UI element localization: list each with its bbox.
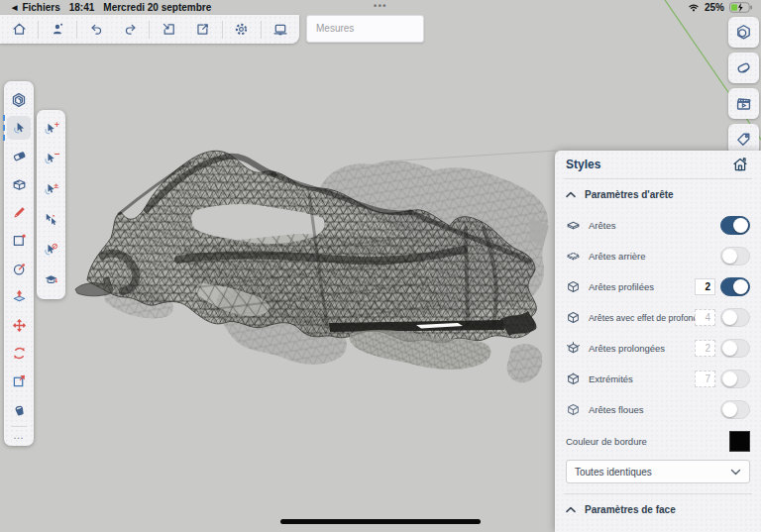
toggle-extremites[interactable]	[720, 370, 750, 388]
edge-row-profondeur: Arêtes avec effet de profondeur 4	[566, 302, 750, 333]
move-tool-button[interactable]	[7, 313, 31, 337]
undo-icon	[88, 21, 105, 38]
chevron-up-icon	[566, 506, 576, 513]
export-button[interactable]	[188, 17, 218, 42]
border-color-row: Couleur de bordure	[566, 425, 750, 457]
toggle-profilees[interactable]	[720, 277, 750, 296]
settings-gear-icon	[233, 21, 250, 38]
box-tool-button[interactable]	[7, 172, 31, 196]
pencil-tool-icon	[11, 204, 28, 221]
cube-extended-icon	[566, 341, 581, 356]
value-prolongees[interactable]: 2	[695, 340, 715, 357]
face-settings-section-header[interactable]: Paramètres de face	[566, 494, 750, 525]
box-tool-icon	[11, 176, 28, 193]
home-indicator[interactable]	[280, 519, 481, 524]
soften-edges-button[interactable]	[728, 53, 759, 83]
arc-tool-button[interactable]	[7, 257, 31, 280]
scenes-button[interactable]	[728, 88, 759, 119]
soften-edges-icon	[734, 58, 753, 77]
shapes-tool-icon	[11, 232, 28, 249]
select-multiple-button[interactable]	[40, 208, 63, 232]
clock: 18:41	[69, 2, 95, 13]
edge-row-arriere: Arêtes arrière	[566, 241, 750, 271]
select-multiple-icon	[43, 211, 59, 228]
trained-select-icon	[43, 271, 59, 288]
edge-row-profilees: Arêtes profilées 2	[566, 271, 750, 302]
rotate-tool-button[interactable]	[7, 341, 31, 365]
trained-select-button[interactable]	[40, 268, 63, 292]
cube-icon	[566, 310, 581, 325]
border-color-swatch[interactable]	[729, 431, 750, 452]
select-none-button[interactable]	[40, 238, 63, 262]
undo-button[interactable]	[81, 17, 111, 42]
wifi-icon	[688, 3, 700, 12]
back-to-app-icon[interactable]: ◀	[12, 4, 17, 12]
edge-color-dropdown[interactable]: Toutes identiques	[566, 460, 750, 483]
top-toolbar	[0, 15, 299, 44]
device-button[interactable]	[266, 17, 295, 42]
select-invert-button[interactable]: ±	[40, 177, 63, 201]
select-add-icon: +	[43, 121, 59, 138]
import-button[interactable]	[155, 17, 184, 42]
styles-panel-button[interactable]	[728, 17, 759, 48]
toggle-aretes[interactable]	[720, 216, 750, 235]
settings-button[interactable]	[227, 17, 257, 42]
toggle-arriere[interactable]	[720, 247, 750, 266]
back-to-app-label[interactable]: Fichiers	[22, 2, 59, 13]
export-icon	[194, 21, 211, 38]
account-button[interactable]	[43, 17, 72, 42]
faint-edge-line	[384, 151, 557, 161]
value-profilees[interactable]: 2	[695, 278, 715, 295]
select-invert-icon: ±	[43, 181, 59, 198]
left-toolbar: …	[4, 81, 34, 446]
eraser-tool-button[interactable]	[7, 145, 31, 168]
eraser-tool-icon	[11, 148, 28, 164]
scale-tool-button[interactable]	[7, 370, 31, 393]
value-profondeur[interactable]: 4	[695, 309, 715, 326]
pushpull-tool-button[interactable]	[7, 285, 31, 309]
toolbar-divider	[11, 426, 27, 427]
paint-bucket-icon	[11, 401, 28, 418]
redo-icon	[122, 21, 139, 38]
select-subtoolbar: + − ±	[37, 110, 65, 299]
svg-text:−: −	[54, 151, 59, 159]
right-toolbar	[728, 17, 759, 155]
pushpull-tool-icon	[11, 288, 28, 305]
device-icon	[272, 21, 289, 38]
more-tools-button[interactable]: …	[13, 431, 25, 439]
multitask-dots-icon[interactable]: •••	[374, 1, 387, 11]
pencil-tool-button[interactable]	[7, 201, 31, 225]
edge-settings-section-header[interactable]: Paramètres d'arête	[566, 179, 750, 210]
value-extremites[interactable]: 7	[695, 371, 715, 387]
edge-row-prolongees: Arêtes prolongées 2	[566, 333, 750, 364]
sketchup-logo-icon	[10, 91, 28, 109]
styles-cube-icon	[734, 23, 753, 42]
house-style-icon[interactable]	[730, 155, 750, 174]
home-button[interactable]	[4, 17, 34, 42]
toggle-profondeur[interactable]	[720, 308, 750, 327]
toggle-prolongees[interactable]	[720, 339, 750, 358]
select-subtract-button[interactable]: −	[40, 148, 63, 171]
sketchup-logo-button[interactable]	[7, 88, 31, 112]
mesh-model	[75, 151, 549, 382]
rotate-tool-icon	[11, 345, 28, 362]
chevron-up-icon	[566, 191, 576, 198]
active-tool-indicator	[3, 115, 5, 141]
import-icon	[161, 21, 177, 38]
redo-button[interactable]	[115, 17, 145, 42]
scale-tool-icon	[11, 372, 28, 389]
toggle-floues[interactable]	[720, 400, 750, 419]
select-none-icon	[43, 242, 59, 259]
scenes-clapperboard-icon	[734, 94, 753, 113]
date: Mercredi 20 septembre	[103, 2, 211, 13]
select-add-button[interactable]: +	[40, 117, 63, 141]
measurements-box[interactable]: Mesures	[306, 15, 424, 43]
paint-bucket-button[interactable]	[7, 397, 31, 421]
styles-panel-title: Styles	[566, 158, 600, 171]
edge-row-aretes: Arêtes	[566, 210, 750, 241]
select-tool-button[interactable]	[7, 116, 31, 140]
chevron-down-icon	[730, 469, 741, 476]
back-edges-icon	[566, 249, 581, 264]
select-tool-icon	[11, 120, 28, 137]
shapes-tool-button[interactable]	[7, 229, 31, 253]
